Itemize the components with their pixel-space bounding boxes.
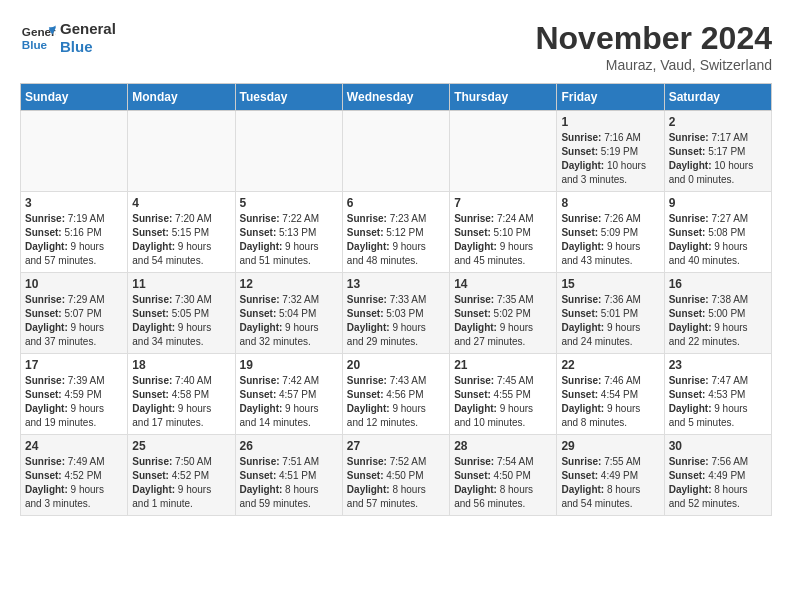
day-number: 4 [132,196,230,210]
day-info: Sunset: 4:51 PM [240,469,338,483]
day-info: Daylight: 9 hours and 29 minutes. [347,321,445,349]
day-info: Sunset: 4:58 PM [132,388,230,402]
day-info: Sunrise: 7:55 AM [561,455,659,469]
day-info: Sunrise: 7:51 AM [240,455,338,469]
calendar-cell: 20Sunrise: 7:43 AMSunset: 4:56 PMDayligh… [342,354,449,435]
day-info: Sunset: 4:50 PM [454,469,552,483]
week-row-1: 1Sunrise: 7:16 AMSunset: 5:19 PMDaylight… [21,111,772,192]
day-info: Sunrise: 7:45 AM [454,374,552,388]
day-info: Daylight: 8 hours and 52 minutes. [669,483,767,511]
day-info: Sunrise: 7:27 AM [669,212,767,226]
calendar-cell: 28Sunrise: 7:54 AMSunset: 4:50 PMDayligh… [450,435,557,516]
calendar-cell: 30Sunrise: 7:56 AMSunset: 4:49 PMDayligh… [664,435,771,516]
day-info: Sunset: 5:16 PM [25,226,123,240]
day-info: Sunset: 5:05 PM [132,307,230,321]
day-info: Sunrise: 7:30 AM [132,293,230,307]
day-number: 16 [669,277,767,291]
day-info: Sunrise: 7:33 AM [347,293,445,307]
day-number: 2 [669,115,767,129]
day-number: 24 [25,439,123,453]
calendar-cell: 6Sunrise: 7:23 AMSunset: 5:12 PMDaylight… [342,192,449,273]
day-info: Sunrise: 7:42 AM [240,374,338,388]
day-number: 3 [25,196,123,210]
day-number: 10 [25,277,123,291]
calendar-cell: 18Sunrise: 7:40 AMSunset: 4:58 PMDayligh… [128,354,235,435]
weekday-header-tuesday: Tuesday [235,84,342,111]
day-number: 25 [132,439,230,453]
day-number: 28 [454,439,552,453]
day-info: Sunset: 5:03 PM [347,307,445,321]
calendar-cell [21,111,128,192]
calendar-cell: 29Sunrise: 7:55 AMSunset: 4:49 PMDayligh… [557,435,664,516]
day-info: Daylight: 9 hours and 24 minutes. [561,321,659,349]
day-info: Daylight: 8 hours and 56 minutes. [454,483,552,511]
day-info: Sunrise: 7:20 AM [132,212,230,226]
day-info: Sunrise: 7:40 AM [132,374,230,388]
calendar-cell [342,111,449,192]
day-info: Sunset: 5:04 PM [240,307,338,321]
day-number: 20 [347,358,445,372]
day-info: Sunrise: 7:23 AM [347,212,445,226]
svg-text:Blue: Blue [22,38,48,51]
calendar-cell: 15Sunrise: 7:36 AMSunset: 5:01 PMDayligh… [557,273,664,354]
day-number: 8 [561,196,659,210]
day-info: Daylight: 9 hours and 32 minutes. [240,321,338,349]
day-info: Sunrise: 7:17 AM [669,131,767,145]
day-info: Sunset: 5:17 PM [669,145,767,159]
day-info: Daylight: 9 hours and 45 minutes. [454,240,552,268]
day-number: 15 [561,277,659,291]
calendar-cell [450,111,557,192]
calendar-table: SundayMondayTuesdayWednesdayThursdayFrid… [20,83,772,516]
day-info: Daylight: 9 hours and 19 minutes. [25,402,123,430]
weekday-header-monday: Monday [128,84,235,111]
day-number: 23 [669,358,767,372]
day-info: Sunrise: 7:16 AM [561,131,659,145]
calendar-cell: 10Sunrise: 7:29 AMSunset: 5:07 PMDayligh… [21,273,128,354]
calendar-cell: 4Sunrise: 7:20 AMSunset: 5:15 PMDaylight… [128,192,235,273]
weekday-header-thursday: Thursday [450,84,557,111]
day-info: Daylight: 9 hours and 22 minutes. [669,321,767,349]
day-number: 19 [240,358,338,372]
day-info: Daylight: 9 hours and 14 minutes. [240,402,338,430]
weekday-header-wednesday: Wednesday [342,84,449,111]
calendar-cell: 3Sunrise: 7:19 AMSunset: 5:16 PMDaylight… [21,192,128,273]
calendar-cell [235,111,342,192]
day-number: 5 [240,196,338,210]
day-number: 1 [561,115,659,129]
day-info: Sunset: 4:56 PM [347,388,445,402]
day-number: 29 [561,439,659,453]
day-info: Daylight: 8 hours and 59 minutes. [240,483,338,511]
calendar-cell: 25Sunrise: 7:50 AMSunset: 4:52 PMDayligh… [128,435,235,516]
day-info: Sunset: 5:19 PM [561,145,659,159]
location: Mauraz, Vaud, Switzerland [535,57,772,73]
day-info: Daylight: 9 hours and 27 minutes. [454,321,552,349]
calendar-cell [128,111,235,192]
day-info: Sunset: 5:13 PM [240,226,338,240]
calendar-cell: 27Sunrise: 7:52 AMSunset: 4:50 PMDayligh… [342,435,449,516]
day-info: Daylight: 8 hours and 57 minutes. [347,483,445,511]
day-info: Sunrise: 7:32 AM [240,293,338,307]
day-info: Sunrise: 7:26 AM [561,212,659,226]
day-info: Daylight: 9 hours and 57 minutes. [25,240,123,268]
day-info: Sunrise: 7:22 AM [240,212,338,226]
day-info: Daylight: 9 hours and 54 minutes. [132,240,230,268]
day-info: Sunrise: 7:49 AM [25,455,123,469]
day-number: 6 [347,196,445,210]
day-number: 17 [25,358,123,372]
weekday-header-friday: Friday [557,84,664,111]
day-info: Sunset: 4:59 PM [25,388,123,402]
logo-icon: General Blue [20,20,56,56]
day-number: 22 [561,358,659,372]
calendar-cell: 17Sunrise: 7:39 AMSunset: 4:59 PMDayligh… [21,354,128,435]
day-info: Sunset: 4:52 PM [132,469,230,483]
day-info: Sunset: 4:50 PM [347,469,445,483]
day-info: Sunset: 4:54 PM [561,388,659,402]
day-info: Daylight: 10 hours and 0 minutes. [669,159,767,187]
day-number: 26 [240,439,338,453]
day-number: 13 [347,277,445,291]
day-number: 30 [669,439,767,453]
day-info: Daylight: 10 hours and 3 minutes. [561,159,659,187]
day-number: 21 [454,358,552,372]
calendar-cell: 23Sunrise: 7:47 AMSunset: 4:53 PMDayligh… [664,354,771,435]
week-row-4: 17Sunrise: 7:39 AMSunset: 4:59 PMDayligh… [21,354,772,435]
